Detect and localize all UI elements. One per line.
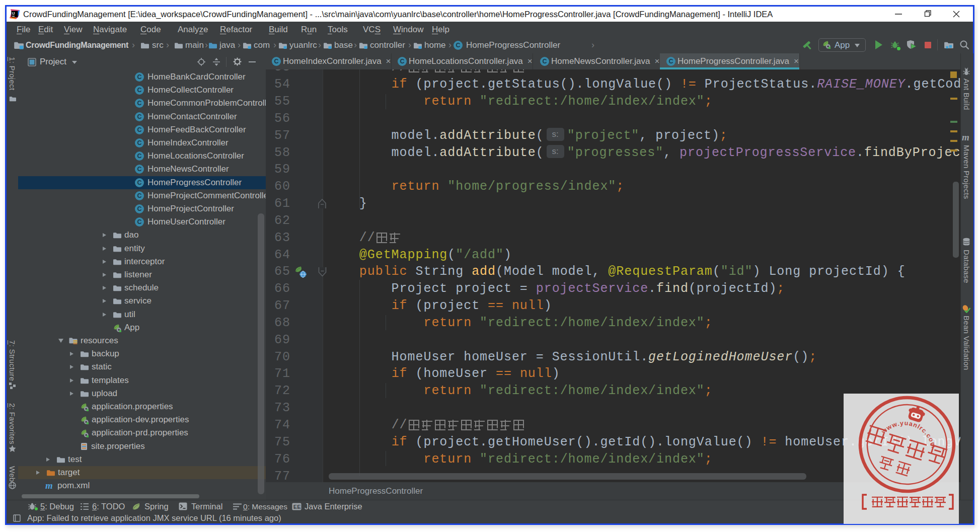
svg-text:IJ: IJ (12, 12, 15, 15)
svg-text:EE: EE (293, 504, 301, 510)
